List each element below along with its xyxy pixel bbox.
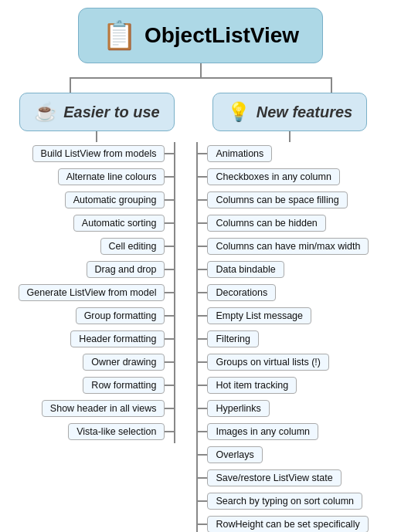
left-item-box: Show header in all views <box>42 400 165 417</box>
right-branch-vline-top <box>331 79 332 93</box>
root-vline <box>200 63 202 77</box>
right-list-item: Decorations <box>198 283 276 303</box>
right-list-item: Data bindable <box>198 259 284 280</box>
root-title: ObjectListView <box>144 23 299 48</box>
right-item-hline <box>198 408 207 409</box>
right-list-item: RowHeight can be set specifically <box>198 514 368 532</box>
right-item-box: Hyperlinks <box>207 400 269 417</box>
left-item-box: Automatic sorting <box>73 215 165 232</box>
right-item-box: Images in any column <box>207 423 318 440</box>
left-branch-col: ☕ Easier to use Build ListView from mode… <box>19 93 176 443</box>
left-list-item: Automatic sorting <box>73 213 175 233</box>
right-item-hline <box>198 524 207 525</box>
right-item-hline <box>198 292 207 293</box>
left-item-hline <box>165 222 174 224</box>
left-list-item: Drag and drop <box>87 259 175 280</box>
right-list-item: Hyperlinks <box>198 398 269 418</box>
left-item-box: Row formatting <box>83 377 165 394</box>
left-list-item: Vista-like selection <box>68 422 174 442</box>
right-list-item: Columns can be space filling <box>198 190 347 210</box>
right-item-box: Search by typing on sort column <box>207 493 362 510</box>
left-item-hline <box>165 385 174 386</box>
right-item-box: Groups on virtual lists (!) <box>207 354 328 371</box>
right-item-box: Empty List message <box>207 307 311 324</box>
right-item-hline <box>198 222 207 224</box>
right-cat-title: New features <box>257 103 353 121</box>
right-cat-to-items-line <box>289 131 291 142</box>
right-item-box: Save/restore ListView state <box>207 469 341 486</box>
right-item-hline <box>198 269 207 270</box>
left-list-item: Group formatting <box>76 306 175 326</box>
left-item-hline <box>165 176 174 178</box>
left-item-box: Drag and drop <box>87 261 165 278</box>
left-item-hline <box>165 338 174 340</box>
left-branch-vline-top <box>70 79 71 93</box>
right-list-item: Images in any column <box>198 422 318 442</box>
right-item-hline <box>198 385 207 386</box>
right-item-box: Columns can have min/max width <box>207 238 369 255</box>
left-list-item: Row formatting <box>83 375 174 395</box>
right-branch-col: 💡 New features AnimationsCheckboxes in a… <box>196 93 382 532</box>
right-list-item: Empty List message <box>198 306 311 326</box>
right-item-hline <box>198 431 207 432</box>
branch-connectors <box>70 79 332 93</box>
right-item-hline <box>198 361 207 363</box>
right-item-box: Filtering <box>207 330 258 347</box>
left-item-hline <box>165 246 174 247</box>
left-item-hline <box>165 292 174 293</box>
left-item-box: Group formatting <box>76 307 165 324</box>
right-item-hline <box>198 153 207 154</box>
right-list-item: Save/restore ListView state <box>198 468 341 488</box>
left-item-hline <box>165 408 174 409</box>
right-item-box: Columns can be space filling <box>207 191 347 208</box>
right-list-item: Hot item tracking <box>198 375 297 395</box>
right-list-item: Checkboxes in any column <box>198 167 339 187</box>
right-list-item: Animations <box>198 144 272 164</box>
right-item-box: Hot item tracking <box>207 377 297 394</box>
right-item-hline <box>198 477 207 479</box>
left-item-hline <box>165 153 174 154</box>
left-item-hline <box>165 315 174 317</box>
right-list-item: Search by typing on sort column <box>198 491 362 511</box>
right-item-hline <box>198 315 207 317</box>
right-item-box: Columns can be hidden <box>207 215 325 232</box>
right-item-hline <box>198 338 207 340</box>
right-item-box: Animations <box>207 145 272 162</box>
right-items-col: AnimationsCheckboxes in any columnColumn… <box>198 142 382 532</box>
left-cat-title: Easier to use <box>63 103 160 121</box>
right-item-hline <box>198 176 207 178</box>
left-list-item: Owner drawing <box>83 352 174 372</box>
left-list-item: Build ListView from models <box>32 144 175 164</box>
left-item-box: Owner drawing <box>83 354 165 371</box>
root-node: 📋 ObjectListView <box>78 8 323 63</box>
left-items-col: Build ListView from modelsAlternate line… <box>19 142 175 443</box>
left-item-box: Alternate line colours <box>58 168 165 185</box>
left-list-item: Cell editing <box>100 236 175 256</box>
right-items-container: AnimationsCheckboxes in any columnColumn… <box>196 142 382 532</box>
left-item-hline <box>165 269 174 270</box>
right-cat-icon: 💡 <box>227 101 250 123</box>
left-list-item: Header formatting <box>70 329 174 349</box>
left-cat-icon: ☕ <box>34 101 57 123</box>
right-item-box: Checkboxes in any column <box>207 168 339 185</box>
right-item-hline <box>198 246 207 247</box>
left-list-item: Automatic grouping <box>65 190 175 210</box>
left-item-box: Header formatting <box>70 330 165 347</box>
left-item-hline <box>165 199 174 201</box>
root-hline <box>70 77 332 79</box>
right-list-item: Overlays <box>198 445 262 465</box>
root-icon: 📋 <box>102 19 137 52</box>
right-item-hline <box>198 500 207 502</box>
left-item-box: Build ListView from models <box>32 145 165 162</box>
right-item-box: Decorations <box>207 284 276 301</box>
left-cat-to-items-line <box>96 131 97 142</box>
left-category-node: ☕ Easier to use <box>19 93 175 131</box>
right-category-node: 💡 New features <box>212 93 368 131</box>
right-list-item: Groups on virtual lists (!) <box>198 352 328 372</box>
left-list-item: Alternate line colours <box>58 167 175 187</box>
right-list-item: Filtering <box>198 329 258 349</box>
left-list-item: Show header in all views <box>42 398 175 418</box>
left-list-item: Generate ListView from model <box>19 283 175 303</box>
left-item-box: Generate ListView from model <box>19 284 165 301</box>
left-items-vline <box>174 142 175 443</box>
